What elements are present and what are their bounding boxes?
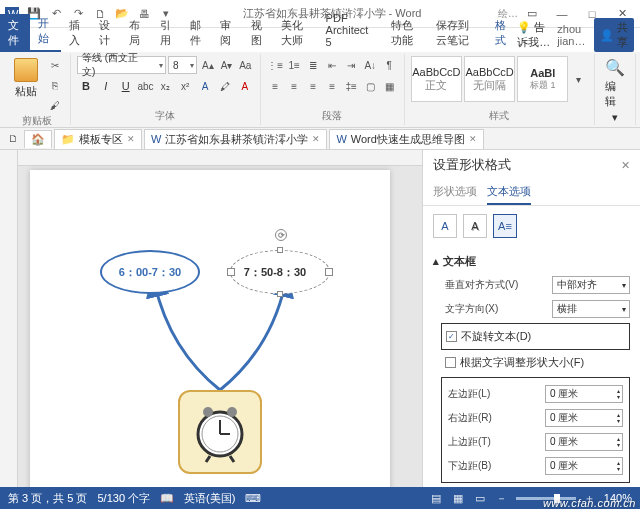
font-size-combo[interactable]: 8 bbox=[168, 56, 197, 74]
text-fill-icon[interactable]: A bbox=[433, 214, 457, 238]
tab-pdf[interactable]: PDF Architect 5 bbox=[318, 8, 384, 52]
tab-home[interactable]: 开始 bbox=[30, 12, 60, 52]
style-heading1[interactable]: AaBl标题 1 bbox=[517, 56, 568, 102]
user-name[interactable]: zhou jian… bbox=[557, 23, 588, 47]
textbox-icon[interactable]: A≡ bbox=[493, 214, 517, 238]
print-layout-icon[interactable]: ▦ bbox=[450, 490, 466, 506]
shape-clock[interactable] bbox=[178, 390, 262, 474]
autofit-label: 根据文字调整形状大小(F) bbox=[460, 355, 584, 370]
shrink-font-icon[interactable]: A▾ bbox=[218, 56, 235, 74]
subscript-icon[interactable]: x₂ bbox=[156, 77, 174, 95]
bullets-icon[interactable]: ⋮≡ bbox=[267, 56, 284, 74]
highlight-icon[interactable]: 🖍 bbox=[216, 77, 234, 95]
styles-more-icon[interactable]: ▾ bbox=[570, 70, 587, 88]
pane-title: 设置形状格式 bbox=[433, 156, 511, 174]
share-button[interactable]: 👤 共享 bbox=[594, 18, 634, 52]
tab-references[interactable]: 引用 bbox=[152, 14, 182, 52]
multilevel-icon[interactable]: ≣ bbox=[305, 56, 322, 74]
sort-icon[interactable]: A↓ bbox=[362, 56, 379, 74]
copy-icon[interactable]: ⎘ bbox=[46, 76, 64, 94]
style-nospacing[interactable]: AaBbCcD无间隔 bbox=[464, 56, 515, 102]
group-editing: 🔍 编辑 ▾ bbox=[595, 54, 637, 125]
web-layout-icon[interactable]: ▭ bbox=[472, 490, 488, 506]
tab-beautify[interactable]: 美化大师 bbox=[273, 14, 318, 52]
shape-left[interactable]: 6：00-7：30 bbox=[100, 250, 200, 294]
text-effects-icon[interactable]: A bbox=[196, 77, 214, 95]
document-canvas[interactable]: 6：00-7：30 7：50-8：30 ⟳ bbox=[18, 150, 422, 487]
zoom-level[interactable]: 140% bbox=[604, 492, 632, 504]
rotate-handle-icon[interactable]: ⟳ bbox=[275, 229, 287, 241]
show-marks-icon[interactable]: ¶ bbox=[381, 56, 398, 74]
zoom-in-icon[interactable]: ＋ bbox=[582, 490, 598, 506]
text-effects-icon[interactable]: A bbox=[463, 214, 487, 238]
read-mode-icon[interactable]: ▤ bbox=[428, 490, 444, 506]
no-rotate-checkbox[interactable]: ✓ bbox=[446, 331, 457, 342]
valign-select[interactable]: 中部对齐 bbox=[552, 276, 630, 294]
paste-button[interactable]: 粘贴 bbox=[10, 56, 42, 101]
grow-font-icon[interactable]: A▴ bbox=[199, 56, 216, 74]
margin-top-input[interactable]: 0 厘米 bbox=[545, 433, 623, 451]
numbering-icon[interactable]: 1≡ bbox=[286, 56, 303, 74]
tab-review[interactable]: 审阅 bbox=[212, 14, 242, 52]
autofit-checkbox[interactable] bbox=[445, 357, 456, 368]
tab-mailings[interactable]: 邮件 bbox=[182, 14, 212, 52]
pane-tab-shape[interactable]: 形状选项 bbox=[433, 180, 477, 205]
status-page[interactable]: 第 3 页，共 5 页 bbox=[8, 491, 87, 506]
superscript-icon[interactable]: x² bbox=[176, 77, 194, 95]
style-normal[interactable]: AaBbCcD正文 bbox=[411, 56, 462, 102]
editing-button[interactable]: 🔍 编辑 ▾ bbox=[601, 56, 630, 126]
tab-format[interactable]: 格式 bbox=[487, 14, 517, 52]
margins-group: 左边距(L)0 厘米 右边距(R)0 厘米 上边距(T)0 厘米 下边距(B)0… bbox=[441, 377, 630, 483]
strike-icon[interactable]: abc bbox=[137, 77, 155, 95]
underline-icon[interactable]: U bbox=[117, 77, 135, 95]
indent-inc-icon[interactable]: ⇥ bbox=[343, 56, 360, 74]
shading-icon[interactable]: ▢ bbox=[362, 77, 379, 95]
bold-icon[interactable]: B bbox=[77, 77, 95, 95]
doc-tab-current[interactable]: W江苏省如东县耕茶镇浒澪小学✕ bbox=[144, 129, 327, 149]
status-words[interactable]: 5/130 个字 bbox=[97, 491, 150, 506]
doc-tab-templates[interactable]: 📁模板专区✕ bbox=[54, 129, 142, 149]
close-tab-icon[interactable]: ✕ bbox=[312, 134, 320, 144]
status-ime-icon[interactable]: ⌨ bbox=[245, 492, 261, 505]
tab-special[interactable]: 特色功能 bbox=[383, 14, 428, 52]
indent-dec-icon[interactable]: ⇤ bbox=[324, 56, 341, 74]
cut-icon[interactable]: ✂ bbox=[46, 56, 64, 74]
textdir-select[interactable]: 横排 bbox=[552, 300, 630, 318]
align-right-icon[interactable]: ≡ bbox=[305, 77, 322, 95]
margin-right-input[interactable]: 0 厘米 bbox=[545, 409, 623, 427]
format-painter-icon[interactable]: 🖌 bbox=[46, 96, 64, 114]
close-tab-icon[interactable]: ✕ bbox=[127, 134, 135, 144]
pane-tab-text[interactable]: 文本选项 bbox=[487, 180, 531, 205]
line-spacing-icon[interactable]: ‡≡ bbox=[343, 77, 360, 95]
margin-bottom-input[interactable]: 0 厘米 bbox=[545, 457, 623, 475]
close-tab-icon[interactable]: ✕ bbox=[469, 134, 477, 144]
borders-icon[interactable]: ▦ bbox=[381, 77, 398, 95]
status-language[interactable]: 英语(美国) bbox=[184, 491, 235, 506]
zoom-out-icon[interactable]: － bbox=[494, 490, 510, 506]
font-name-combo[interactable]: 等线 (西文正文) bbox=[77, 56, 166, 74]
font-color-icon[interactable]: A bbox=[236, 77, 254, 95]
new-tab-icon[interactable]: 🗋 bbox=[4, 130, 22, 148]
tab-insert[interactable]: 插入 bbox=[61, 14, 91, 52]
change-case-icon[interactable]: Aa bbox=[237, 56, 254, 74]
tab-design[interactable]: 设计 bbox=[91, 14, 121, 52]
align-left-icon[interactable]: ≡ bbox=[267, 77, 284, 95]
zoom-slider[interactable] bbox=[516, 497, 576, 500]
group-label: 剪贴板 bbox=[10, 114, 64, 128]
italic-icon[interactable]: I bbox=[97, 77, 115, 95]
shape-right-selected[interactable]: 7：50-8：30 ⟳ bbox=[230, 250, 330, 294]
status-spellcheck-icon[interactable]: 📖 bbox=[160, 492, 174, 505]
margin-left-input[interactable]: 0 厘米 bbox=[545, 385, 623, 403]
tab-view[interactable]: 视图 bbox=[243, 14, 273, 52]
section-textbox[interactable]: ▴文本框 bbox=[433, 250, 630, 273]
doc-tab-home[interactable]: 🏠 bbox=[24, 130, 52, 148]
tell-me[interactable]: 💡 告诉我… bbox=[517, 20, 551, 50]
tab-cloud[interactable]: 保存到云笔记 bbox=[428, 14, 487, 52]
pane-close-icon[interactable]: ✕ bbox=[621, 159, 630, 172]
align-center-icon[interactable]: ≡ bbox=[286, 77, 303, 95]
tab-file[interactable]: 文件 bbox=[0, 14, 30, 52]
tab-layout[interactable]: 布局 bbox=[121, 14, 151, 52]
doc-tab-mindmap[interactable]: WWord快速生成思维导图✕ bbox=[329, 129, 483, 149]
justify-icon[interactable]: ≡ bbox=[324, 77, 341, 95]
smartart-diagram[interactable]: 6：00-7：30 7：50-8：30 ⟳ bbox=[100, 220, 340, 460]
